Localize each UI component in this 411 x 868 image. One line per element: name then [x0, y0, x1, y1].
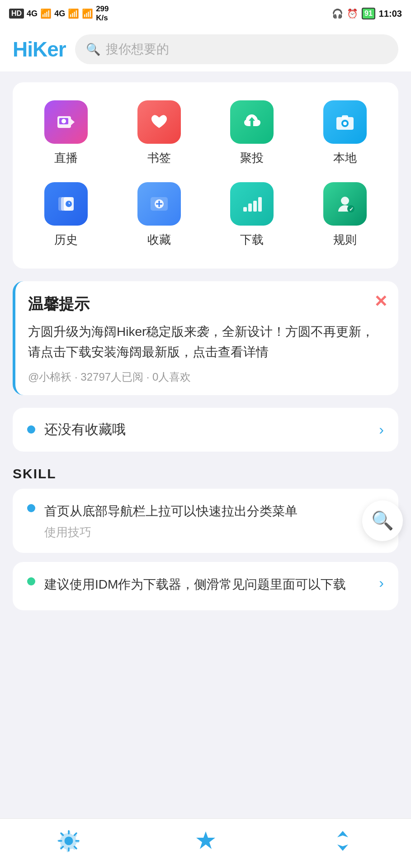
gear-icon — [57, 829, 80, 858]
app-item-rules[interactable]: ✓ 规则 — [301, 178, 389, 255]
svg-marker-34 — [196, 831, 215, 849]
app-item-live[interactable]: 直播 — [22, 96, 110, 173]
live-label: 直播 — [54, 150, 78, 166]
download-icon — [230, 182, 274, 226]
favorites-left: 还没有收藏哦 — [27, 420, 126, 439]
skill-content-2: 建议使用IDM作为下载器，侧滑常见问题里面可以下载 — [44, 575, 370, 598]
network-speed: 299K/s — [96, 5, 109, 23]
blue-dot — [27, 425, 35, 434]
app-item-bookmark[interactable]: 书签 — [115, 96, 203, 173]
svg-marker-1 — [71, 119, 75, 125]
nav-settings[interactable] — [51, 826, 87, 862]
notice-card: 温馨提示 方圆升级为海阔Hiker稳定版来袭，全新设计！方圆不再更新，请点击下载… — [13, 281, 398, 395]
local-icon — [323, 100, 367, 144]
app-grid: 直播 书签 聚投 — [22, 96, 389, 255]
notice-meta: @小棉袄 · 32797人已阅 · 0人喜欢 — [28, 370, 386, 384]
star-icon — [194, 829, 217, 858]
time-display: 11:03 — [379, 9, 402, 19]
skill-content-1: 首页从底部导航栏上拉可以快速拉出分类菜单 使用技巧 — [44, 501, 384, 540]
signal-4g-2: 4G — [54, 9, 65, 19]
notice-close-button[interactable]: ✕ — [374, 292, 387, 311]
history-label: 历史 — [54, 232, 78, 248]
skill-dot-blue — [27, 504, 35, 512]
sort-icon — [331, 829, 354, 858]
header: HiKer 🔍 搜你想要的 — [0, 27, 411, 71]
alarm-icon: ⏰ — [347, 8, 358, 19]
app-item-history[interactable]: 历史 — [22, 178, 110, 255]
signal-bars-2: 📶 — [68, 8, 79, 19]
svg-rect-19 — [253, 201, 257, 212]
upload-label: 聚投 — [240, 150, 264, 166]
battery-indicator: 91 — [362, 8, 375, 19]
svg-text:✓: ✓ — [349, 206, 354, 212]
svg-point-3 — [61, 119, 66, 123]
skill-section-label: SKILL — [13, 466, 398, 481]
headphones-icon: 🎧 — [332, 8, 343, 19]
skill-title-1: 首页从底部导航栏上拉可以快速拉出分类菜单 — [44, 501, 384, 521]
app-item-collect[interactable]: 收藏 — [115, 178, 203, 255]
collect-label: 收藏 — [147, 232, 171, 248]
download-label: 下载 — [240, 232, 264, 248]
signal-bars-1: 📶 — [40, 8, 52, 19]
app-item-upload[interactable]: 聚投 — [208, 96, 297, 173]
collect-icon — [137, 182, 181, 226]
status-bar: HD 4G 📶 4G 📶 📶 299K/s 🎧 ⏰ 91 11:03 — [0, 0, 411, 27]
hd-badge: HD — [9, 9, 24, 19]
status-left: HD 4G 📶 4G 📶 📶 299K/s — [9, 5, 109, 23]
svg-rect-7 — [342, 115, 348, 119]
skill-subtitle-1: 使用技巧 — [44, 524, 384, 540]
skill-row-2: 建议使用IDM作为下载器，侧滑常见问题里面可以下载 › — [27, 575, 384, 598]
search-bar[interactable]: 🔍 搜你想要的 — [75, 34, 398, 64]
local-label: 本地 — [333, 150, 357, 166]
svg-point-21 — [341, 197, 349, 205]
nav-favorites[interactable] — [188, 826, 224, 862]
rules-label: 规则 — [333, 232, 357, 248]
nav-sort[interactable] — [325, 826, 361, 862]
app-logo: HiKer — [13, 37, 66, 61]
skill-dot-green — [27, 577, 35, 585]
history-icon — [44, 182, 88, 226]
svg-marker-35 — [337, 831, 348, 837]
search-input[interactable]: 搜你想要的 — [106, 41, 169, 58]
svg-rect-18 — [248, 203, 252, 212]
upload-icon — [230, 100, 274, 144]
skill-chevron-icon[interactable]: › — [379, 575, 384, 591]
svg-point-25 — [67, 839, 71, 843]
notice-title: 温馨提示 — [28, 294, 386, 315]
notice-content[interactable]: 方圆升级为海阔Hiker稳定版来袭，全新设计！方圆不再更新，请点击下载安装海阔最… — [28, 322, 386, 363]
svg-rect-17 — [243, 207, 247, 212]
live-icon — [44, 100, 88, 144]
skill-row-1: 首页从底部导航栏上拉可以快速拉出分类菜单 使用技巧 — [27, 501, 384, 540]
search-icon: 🔍 — [86, 42, 100, 57]
app-grid-card: 直播 书签 聚投 — [13, 82, 398, 269]
bookmark-icon — [137, 100, 181, 144]
svg-point-6 — [343, 122, 347, 125]
svg-rect-20 — [258, 197, 262, 212]
bottom-nav — [0, 818, 411, 868]
skill-card-2[interactable]: 建议使用IDM作为下载器，侧滑常见问题里面可以下载 › — [13, 562, 398, 610]
svg-marker-36 — [337, 844, 348, 851]
bookmark-label: 书签 — [147, 150, 171, 166]
skill-card-1[interactable]: 首页从底部导航栏上拉可以快速拉出分类菜单 使用技巧 🔍 — [13, 489, 398, 553]
signal-4g-1: 4G — [27, 9, 38, 19]
status-right: 🎧 ⏰ 91 11:03 — [332, 8, 402, 19]
favorites-card[interactable]: 还没有收藏哦 › — [13, 408, 398, 452]
float-search-button[interactable]: 🔍 — [362, 500, 403, 541]
skill-title-2: 建议使用IDM作为下载器，侧滑常见问题里面可以下载 — [44, 575, 370, 594]
float-search-icon: 🔍 — [371, 510, 394, 531]
favorites-text: 还没有收藏哦 — [44, 420, 126, 439]
app-item-local[interactable]: 本地 — [301, 96, 389, 173]
rules-icon: ✓ — [323, 182, 367, 226]
wifi-icon: 📶 — [82, 8, 93, 19]
favorites-chevron-icon[interactable]: › — [379, 421, 384, 438]
app-item-download[interactable]: 下载 — [208, 178, 297, 255]
